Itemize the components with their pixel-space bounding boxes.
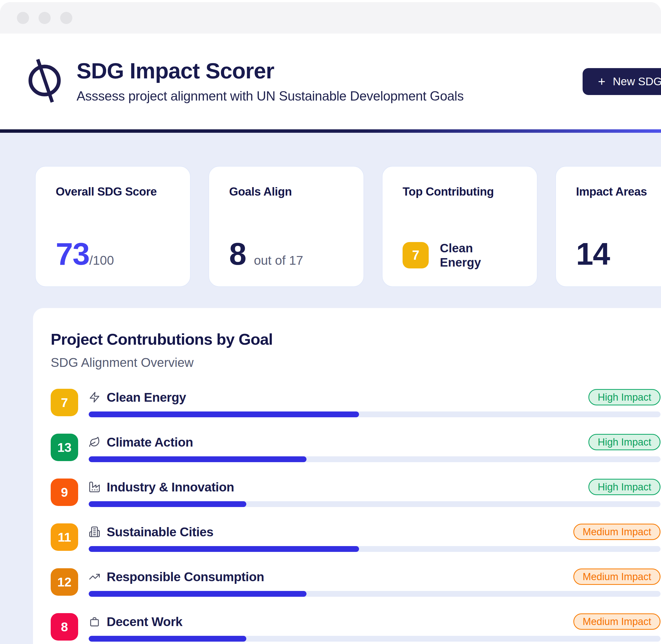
progress-track bbox=[89, 456, 660, 462]
panel-title: Project Contrubutions by Goal bbox=[51, 330, 660, 349]
progress-track bbox=[89, 636, 660, 642]
stat-card-top-contributing: Top Contributing 7 Clean Energy bbox=[382, 166, 538, 287]
goal-label: Sustainable Cities bbox=[107, 525, 213, 539]
progress-track bbox=[89, 412, 660, 417]
stat-value: 73 /100 bbox=[56, 238, 170, 270]
goal-row-decent-work: 8 Decent Work Medium Impact bbox=[51, 613, 660, 642]
goal-row-sustainable-cities: 11 Sustainable Cities Medium Impact bbox=[51, 523, 660, 552]
impact-badge: Medium Impact bbox=[573, 613, 660, 630]
app-header: SDG Impact Scorer Asssess project alignm… bbox=[0, 33, 661, 129]
goal-row-industry-innovation: 9 Industry & Innovation High Impact bbox=[51, 479, 660, 507]
contributions-panel: Project Contrubutions by Goal SDG Alignm… bbox=[33, 308, 661, 644]
progress-fill bbox=[89, 546, 359, 552]
impact-badge: High Impact bbox=[588, 389, 660, 406]
goal-row-clean-energy: 7 Clean Energy High Impact bbox=[51, 389, 660, 417]
stat-value: 7 Clean Energy bbox=[403, 241, 517, 270]
progress-fill bbox=[89, 636, 246, 642]
stat-label: Top Contributing bbox=[403, 185, 517, 198]
stat-card-goals-align: Goals Align 8 out of 17 bbox=[208, 166, 364, 287]
browser-window: SDG Impact Scorer Asssess project alignm… bbox=[0, 2, 661, 644]
goal-row-climate-action: 13 Climate Action High Impact bbox=[51, 434, 660, 462]
goal-number-badge: 8 bbox=[51, 613, 78, 641]
goal-number-badge: 9 bbox=[51, 479, 78, 506]
panel-subtitle: SDG Alignment Overview bbox=[51, 355, 660, 370]
window-control-dot[interactable] bbox=[39, 12, 51, 24]
stat-label: Impact Areas bbox=[576, 185, 661, 198]
goal-label: Climate Action bbox=[107, 435, 193, 450]
goal-label: Responsible Consumption bbox=[107, 570, 264, 584]
app-logo bbox=[27, 58, 62, 105]
goal-number-badge: 11 bbox=[51, 523, 78, 551]
accent-divider bbox=[0, 129, 661, 133]
page-subtitle: Asssess project alignment with UN Sustai… bbox=[76, 88, 463, 104]
leaf-icon bbox=[89, 436, 100, 448]
header-titles: SDG Impact Scorer Asssess project alignm… bbox=[76, 59, 463, 104]
progress-fill bbox=[89, 412, 359, 417]
page-title: SDG Impact Scorer bbox=[76, 59, 463, 82]
sdg-7-badge: 7 bbox=[403, 242, 429, 269]
new-sdg-assessment-button[interactable]: + New SDG Assessment bbox=[583, 68, 661, 95]
new-sdg-assessment-label: New SDG Assessment bbox=[613, 75, 661, 88]
overall-score-suffix: /100 bbox=[89, 253, 114, 268]
plus-icon: + bbox=[598, 75, 605, 88]
buildings-icon bbox=[89, 526, 100, 538]
impact-badge: High Impact bbox=[588, 479, 660, 495]
stat-label: Goals Align bbox=[229, 185, 343, 198]
stat-value: 14 bbox=[576, 238, 661, 270]
goals-align-value: 8 bbox=[229, 238, 246, 270]
window-control-dot[interactable] bbox=[17, 12, 29, 24]
impact-badge: Medium Impact bbox=[573, 569, 660, 585]
goals-align-suffix: out of 17 bbox=[254, 253, 303, 268]
impact-badge: High Impact bbox=[588, 434, 660, 450]
goal-number-badge: 7 bbox=[51, 389, 78, 416]
goal-number-badge: 13 bbox=[51, 434, 78, 461]
impact-areas-value: 14 bbox=[576, 238, 610, 270]
browser-titlebar bbox=[0, 2, 661, 33]
stat-card-overall-sdg-score: Overall SDG Score 73 /100 bbox=[35, 166, 190, 287]
stat-label: Overall SDG Score bbox=[56, 185, 170, 198]
overall-score-value: 73 bbox=[56, 238, 89, 270]
stat-value: 8 out of 17 bbox=[229, 238, 343, 270]
goal-number-badge: 12 bbox=[51, 568, 78, 596]
stat-card-impact-areas: Impact Areas 14 bbox=[555, 166, 661, 287]
stats-row: Overall SDG Score 73 /100 Goals Align 8 … bbox=[35, 166, 661, 287]
progress-track bbox=[89, 546, 660, 552]
goal-list: 7 Clean Energy High Impact 13 bbox=[51, 389, 660, 642]
progress-fill bbox=[89, 456, 306, 462]
progress-track bbox=[89, 501, 660, 507]
trending-up-icon bbox=[89, 571, 100, 582]
progress-fill bbox=[89, 501, 246, 507]
briefcase-icon bbox=[89, 616, 100, 627]
goal-label: Industry & Innovation bbox=[107, 480, 234, 495]
goal-label: Decent Work bbox=[107, 615, 182, 629]
top-contributing-goal: Clean Energy bbox=[440, 241, 517, 270]
factory-icon bbox=[89, 481, 100, 493]
goal-row-responsible-consumption: 12 Responsible Consumption Medium Impact bbox=[51, 568, 660, 597]
zap-icon bbox=[89, 391, 100, 403]
progress-fill bbox=[89, 591, 306, 597]
progress-track bbox=[89, 591, 660, 597]
window-control-dot[interactable] bbox=[60, 12, 72, 24]
impact-badge: Medium Impact bbox=[573, 524, 660, 540]
goal-label: Clean Energy bbox=[107, 390, 186, 405]
